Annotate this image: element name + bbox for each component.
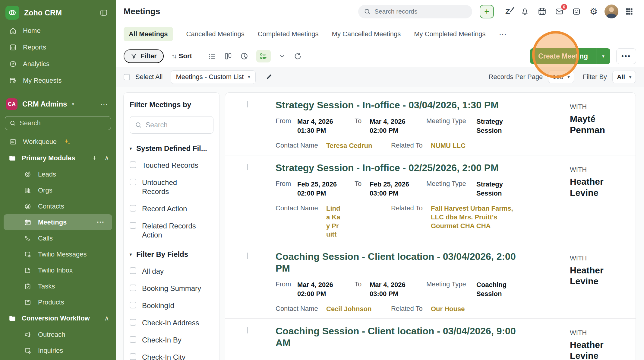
sidebar-item-twilio-messages[interactable]: Twilio Messages: [0, 246, 116, 262]
meeting-title-link[interactable]: Coaching Session - Client location - 03/…: [276, 251, 517, 274]
global-search[interactable]: [358, 5, 472, 18]
meeting-title-link[interactable]: Coaching Session - Client location - 03/…: [276, 325, 517, 349]
filter-button[interactable]: Filter: [124, 49, 164, 63]
sidebar-item-meetings[interactable]: Meetings ⋯: [4, 214, 112, 230]
checkbox[interactable]: [130, 285, 136, 291]
zia-button[interactable]: Z: [501, 5, 514, 18]
row-checkbox[interactable]: [247, 101, 248, 107]
refresh-button[interactable]: [294, 52, 302, 60]
filter-item-all-day[interactable]: All day: [130, 267, 213, 276]
records-per-page-selector[interactable]: 100 ▾: [548, 71, 574, 83]
feedback-button[interactable]: [570, 5, 583, 18]
zoho-logo-icon[interactable]: [5, 6, 19, 20]
custom-view-selector[interactable]: Meetings - Custom List ▾: [171, 70, 256, 84]
related-to-link[interactable]: NUMU LLC: [431, 142, 466, 150]
team-options-icon[interactable]: ⋯: [100, 100, 109, 109]
sidebar-item-leads[interactable]: Leads: [0, 166, 116, 182]
tab-completed-meetings[interactable]: Completed Meetings: [258, 30, 319, 38]
settings-button[interactable]: ⚙: [587, 5, 600, 18]
create-meeting-dropdown[interactable]: ▼: [596, 48, 610, 64]
user-avatar[interactable]: [605, 5, 618, 18]
filter-section-by-fields[interactable]: ▾ Filter By Fields: [130, 250, 213, 259]
sidebar-search[interactable]: [5, 116, 111, 130]
detail-list-view-button[interactable]: [256, 50, 271, 62]
filter-item-bookingid[interactable]: BookingId: [130, 301, 213, 310]
filter-item-touched-records[interactable]: Touched Records: [130, 161, 213, 170]
sidebar-item-reports[interactable]: Reports: [0, 39, 116, 56]
create-meeting-button[interactable]: Create Meeting: [530, 48, 596, 64]
notifications-button[interactable]: [519, 5, 531, 18]
sidebar-item-my-requests[interactable]: My Requests: [0, 72, 116, 89]
sidebar-item-contacts[interactable]: Contacts: [0, 198, 116, 214]
tabs-overflow-icon[interactable]: ⋯: [499, 30, 507, 39]
global-search-input[interactable]: [374, 8, 467, 15]
sidebar-item-analytics[interactable]: Analytics: [0, 56, 116, 72]
meeting-title-link[interactable]: Strategy Session - In-office - 03/04/202…: [276, 99, 517, 111]
team-selector[interactable]: CA CRM Admins ▾ ⋯: [0, 96, 116, 113]
row-checkbox[interactable]: [247, 164, 248, 170]
sidebar-item-tasks[interactable]: Tasks: [0, 278, 116, 294]
more-actions-button[interactable]: •••: [616, 48, 636, 64]
contact-link[interactable]: Cecil Johnson: [326, 305, 391, 314]
filter-item-check-in-by[interactable]: Check-In By: [130, 336, 213, 345]
filter-search[interactable]: [130, 116, 213, 134]
tab-all-meetings[interactable]: All Meetings: [124, 27, 173, 41]
sidebar-item-products[interactable]: Products: [0, 294, 116, 310]
filter-item-check-in-address[interactable]: Check-In Address: [130, 318, 213, 327]
checkbox[interactable]: [130, 302, 136, 308]
tab-my-completed-meetings[interactable]: My Completed Meetings: [414, 30, 485, 38]
sidebar-collapse-icon[interactable]: [99, 8, 108, 17]
chart-view-button[interactable]: [240, 52, 248, 60]
filter-item-related-records-action[interactable]: Related Records Action: [130, 221, 213, 240]
filter-item-booking-summary[interactable]: Booking Summary: [130, 284, 213, 293]
sidebar-search-input[interactable]: [20, 119, 106, 127]
sidebar-item-workqueue[interactable]: Workqueue: [0, 134, 116, 150]
filter-item-untouched-records[interactable]: Untouched Records: [130, 178, 213, 196]
checkbox[interactable]: [130, 319, 136, 326]
edit-view-button[interactable]: [265, 73, 273, 81]
sidebar-section-primary-modules[interactable]: Primary Modules + ∧: [0, 150, 116, 166]
filter-search-input[interactable]: [146, 121, 208, 129]
tab-my-cancelled-meetings[interactable]: My Cancelled Meetings: [332, 30, 401, 38]
checkbox[interactable]: [130, 222, 136, 229]
filter-item-record-action[interactable]: Record Action: [130, 204, 213, 213]
tab-cancelled-meetings[interactable]: Cancelled Meetings: [186, 30, 245, 38]
related-to-link[interactable]: Fall Harvest Urban Farms, LLC dba Mrs. P…: [431, 204, 523, 230]
checkbox[interactable]: [130, 179, 136, 185]
calendar-button[interactable]: [536, 5, 548, 18]
mail-button[interactable]: 6: [553, 5, 566, 18]
checkbox[interactable]: [130, 353, 136, 360]
sidebar-item-home[interactable]: Home: [0, 22, 116, 39]
checkbox[interactable]: [130, 161, 136, 168]
row-checkbox[interactable]: [247, 253, 248, 259]
contact-link[interactable]: Linda Kay Pruitt: [326, 204, 341, 239]
apps-grid-button[interactable]: [623, 5, 636, 18]
meeting-title-link[interactable]: Strategy Session - In-office - 02/25/202…: [276, 162, 517, 174]
kanban-view-button[interactable]: [224, 52, 232, 60]
checkbox[interactable]: [130, 336, 136, 343]
filter-item-check-in-city[interactable]: Check-In City: [130, 353, 213, 360]
meetings-options-icon[interactable]: ⋯: [96, 218, 105, 227]
checkbox[interactable]: [130, 205, 136, 212]
list-view-button[interactable]: [208, 52, 216, 60]
sidebar-item-calls[interactable]: Calls: [0, 230, 116, 246]
view-options-button[interactable]: [279, 53, 286, 60]
sidebar-item-outreach[interactable]: Outreach: [0, 327, 116, 342]
quick-create-button[interactable]: +: [480, 5, 494, 18]
sort-button[interactable]: ↑↓ Sort: [172, 52, 192, 60]
apps-grid-icon: [625, 7, 633, 16]
sidebar-item-twilio-inbox[interactable]: Twilio Inbox: [0, 262, 116, 278]
sidebar-item-orgs[interactable]: Orgs: [0, 182, 116, 198]
collapse-section-icon[interactable]: ∧: [104, 154, 109, 162]
contact-link[interactable]: Teresa Cedrun: [326, 142, 391, 150]
related-to-link[interactable]: Our House: [431, 305, 465, 314]
sidebar-section-conversion-workflow[interactable]: Conversion Workflow ∧: [0, 310, 116, 327]
add-module-icon[interactable]: +: [93, 154, 96, 162]
collapse-section-icon[interactable]: ∧: [104, 314, 109, 322]
row-checkbox[interactable]: [247, 327, 248, 333]
filter-by-selector[interactable]: All ▾: [612, 71, 636, 83]
checkbox[interactable]: [130, 267, 136, 274]
sidebar-item-inquiries[interactable]: Inquiries: [0, 342, 116, 358]
filter-section-system-defined[interactable]: ▾ System Defined Fil...: [130, 144, 213, 153]
select-all-checkbox[interactable]: [124, 74, 130, 80]
